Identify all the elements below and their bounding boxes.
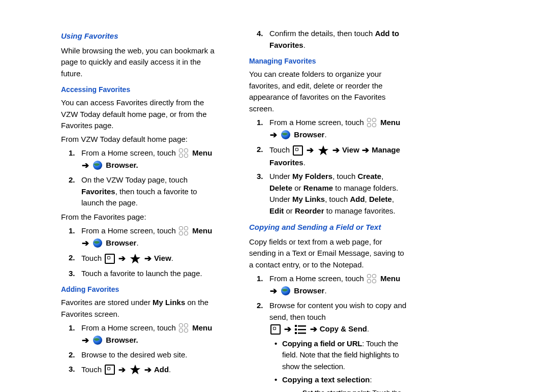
- text: to manage favorites.: [324, 206, 395, 215]
- apps-grid-icon: [179, 323, 189, 334]
- star-icon: [318, 145, 329, 156]
- text: :: [370, 375, 372, 384]
- step-number: 1.: [69, 147, 75, 159]
- step: 2. On the VZW Today page, touch Favorite…: [61, 174, 219, 209]
- heading-adding-favorites: Adding Favorites: [61, 284, 219, 295]
- arrow-icon: ➔: [144, 365, 152, 375]
- heading-using-favorites: Using Favorites: [61, 31, 219, 42]
- my-links-bold: My Links: [152, 298, 185, 307]
- svg-marker-6: [318, 145, 328, 155]
- rename-bold: Rename: [303, 184, 333, 192]
- text: or: [292, 184, 303, 192]
- options-square-icon: [105, 365, 115, 375]
- text: , touch: [332, 172, 357, 180]
- svg-rect-8: [295, 325, 297, 327]
- step-text: From a Home screen, touch: [81, 148, 178, 157]
- arrow-icon: ➔: [144, 254, 152, 263]
- text: ,: [365, 195, 369, 203]
- step: 3. Touch ➔ ➔ Add.: [61, 364, 219, 377]
- step-number: 4.: [257, 28, 263, 40]
- options-square-icon: [105, 254, 115, 264]
- step: 2. Touch ➔ ➔ View.: [61, 252, 219, 265]
- svg-marker-2: [130, 254, 140, 263]
- step-number: 3.: [69, 364, 75, 375]
- step: 3. Under My Folders, touch Create, Delet…: [249, 171, 407, 217]
- step-text: Under: [269, 172, 292, 180]
- edit-bold: Edit: [269, 206, 284, 215]
- step: 2. Touch ➔ ➔ View ➔ Manage Favorites.: [249, 144, 407, 168]
- arrow-icon: ➔: [284, 324, 292, 334]
- browser-label: Browser.: [106, 335, 138, 344]
- text: Favorites are stored under: [61, 298, 152, 307]
- options-square-icon: [293, 145, 303, 156]
- step-text: Confirm the details, then touch: [269, 29, 375, 38]
- step-text: From a Home screen, touch: [81, 226, 178, 235]
- right-column: 4. Confirm the details, then touch Add t…: [249, 25, 407, 392]
- browser-label: Browser: [106, 238, 136, 247]
- adding-paragraph: Favorites are stored under My Links on t…: [61, 297, 219, 320]
- globe-icon: [93, 160, 103, 170]
- step-number: 2.: [69, 174, 75, 186]
- dash-item: Set the starting point: Touch the screen…: [282, 388, 407, 393]
- arrow-icon: ➔: [361, 145, 370, 155]
- intro-paragraph: While browsing the web, you can bookmark…: [61, 45, 219, 80]
- step-text: .: [303, 41, 306, 49]
- managing-paragraph: You can create folders to organize your …: [249, 69, 407, 114]
- svg-rect-11: [298, 329, 306, 330]
- step-number: 1.: [69, 225, 75, 237]
- step-text: Touch: [81, 365, 104, 373]
- step: 1. From a Home screen, touch Menu ➔ Brow…: [61, 322, 219, 347]
- svg-rect-13: [298, 333, 306, 334]
- text: ,: [392, 195, 394, 203]
- step: 1. From a Home screen, touch Menu ➔ Brow…: [249, 273, 407, 297]
- step-text: From a Home screen, touch: [269, 118, 366, 127]
- delete-bold: Delete: [269, 184, 292, 192]
- step: 2. Browse to the desired web site.: [61, 349, 219, 361]
- menu-label: Menu: [192, 323, 212, 332]
- arrow-icon: ➔: [81, 336, 89, 345]
- step-number: 3.: [257, 171, 263, 183]
- apps-grid-icon: [179, 148, 189, 159]
- from-vzw-label: From VZW Today default home page:: [61, 134, 219, 145]
- svg-rect-10: [295, 328, 297, 330]
- left-column: Using Favorites While browsing the web, …: [61, 25, 219, 392]
- step: 3. Touch a favorite to launch the page.: [61, 268, 219, 280]
- create-bold: Create: [357, 172, 381, 180]
- step: 1. From a Home screen, touch Menu ➔ Brow…: [61, 147, 219, 172]
- menu-label: Menu: [380, 274, 400, 283]
- svg-rect-9: [298, 325, 306, 327]
- copy-send-label: Copy & Send: [320, 324, 367, 333]
- menu-label: Menu: [380, 118, 400, 127]
- arrow-icon: ➔: [118, 365, 126, 375]
- step-text: Touch a favorite to launch the page.: [81, 269, 202, 278]
- globe-icon: [281, 286, 291, 296]
- adding-steps: 1. From a Home screen, touch Menu ➔ Brow…: [61, 322, 219, 376]
- copy-steps: 1. From a Home screen, touch Menu ➔ Brow…: [249, 273, 407, 392]
- step-number: 1.: [69, 322, 75, 334]
- heading-managing-favorites: Managing Favorites: [249, 56, 407, 67]
- list-icon: [295, 325, 306, 334]
- text: or: [284, 206, 295, 215]
- step-number: 3.: [69, 268, 75, 280]
- step-text: Touch: [269, 145, 292, 154]
- set-starting-point-bold: Set the starting point: [302, 389, 369, 393]
- step: 2. Browse for content you wish to copy a…: [249, 300, 407, 392]
- bullet-item: Copying a text selection: Set the starti…: [269, 374, 407, 392]
- copy-bullets: Copying a field or URL: Touch the field.…: [269, 338, 407, 393]
- manual-page: Using Favorites While browsing the web, …: [0, 0, 447, 392]
- step-text: From a Home screen, touch: [269, 274, 366, 283]
- arrow-icon: ➔: [310, 324, 318, 334]
- vzw-steps: 1. From a Home screen, touch Menu ➔ Brow…: [61, 147, 219, 209]
- heading-accessing-favorites: Accessing Favorites: [61, 84, 219, 95]
- copying-field-bold: Copying a field or URL: [282, 339, 362, 348]
- delete-bold: Delete: [369, 195, 392, 203]
- globe-icon: [93, 335, 103, 345]
- globe-icon: [93, 238, 103, 248]
- step-number: 2.: [257, 144, 263, 156]
- favorites-steps: 1. From a Home screen, touch Menu ➔ Brow…: [61, 225, 219, 279]
- text: ,: [381, 172, 383, 180]
- browser-label: Browser: [294, 130, 324, 138]
- managing-steps: 1. From a Home screen, touch Menu ➔ Brow…: [249, 117, 407, 217]
- two-column-layout: Using Favorites While browsing the web, …: [61, 25, 407, 392]
- accessing-paragraph: You can access Favorites directly from t…: [61, 97, 219, 132]
